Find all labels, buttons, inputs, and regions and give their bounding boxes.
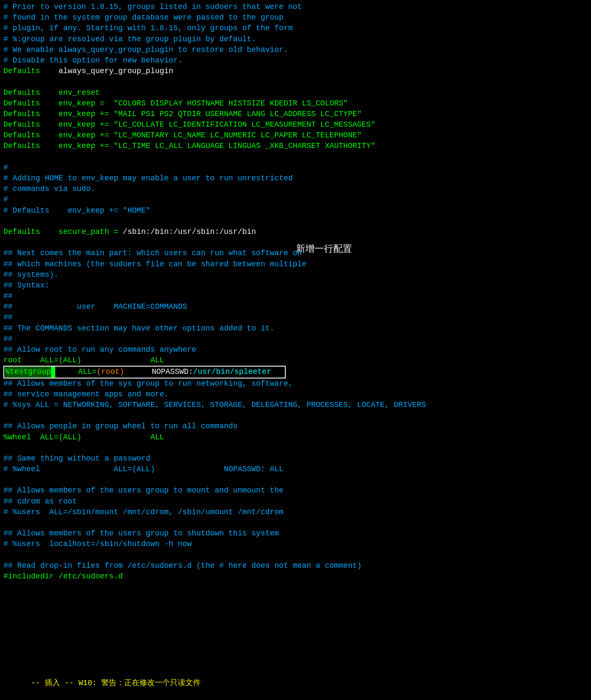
editor-container: # Prior to version 1.8.15, groups listed… (0, 0, 591, 700)
line-15-empty (3, 152, 286, 162)
line-49-empty (3, 518, 286, 528)
highlight-line[interactable]: %testgroup ALL=(root) NOPASSWD:/usr/bin/… (3, 366, 286, 378)
line-21-empty (3, 216, 286, 227)
highlight-path: /usr/bin/spleeter (193, 367, 271, 377)
line-8-empty (3, 77, 286, 87)
line-7: Defaults always_query_group_plugin (3, 66, 286, 77)
line-44: # %wheel ALL=(ALL) NOPASSWD: ALL (3, 464, 286, 475)
line-47: ## cdrom as root (3, 496, 286, 507)
line-19: # (3, 194, 286, 205)
line-16: # (3, 162, 286, 173)
line-10: Defaults env_keep = "COLORS DISPLAY HOST… (3, 98, 286, 109)
line-17: # Adding HOME to env_keep may enable a u… (3, 173, 286, 184)
line-5: # We enable always_query_group_plugin to… (3, 45, 286, 55)
line-54: #includedir /etc/sudoers.d (3, 571, 286, 582)
line-42-empty (3, 443, 286, 453)
status-text: -- 插入 -- W10: 警告：正在修改一个只读文件 (31, 679, 201, 687)
annotation-label: 新增一行配置 (296, 243, 584, 256)
highlight-paren: (root) (97, 367, 124, 377)
line-27: ## Syntax: (3, 280, 286, 291)
testgroup-text: %testgroup (5, 367, 51, 377)
line-9: Defaults env_reset (3, 88, 286, 98)
line-30: ## (3, 312, 286, 323)
highlight-rest: ALL= (55, 367, 97, 377)
line-46: ## Allows members of the users group to … (3, 485, 286, 496)
line-3: # plugin, if any. Starting with 1.8.15, … (3, 23, 286, 34)
line-18: # commands via sudo. (3, 184, 286, 194)
line-34: root ALL=(ALL) ALL (3, 355, 286, 366)
line-41: %wheel ALL=(ALL) ALL (3, 432, 286, 443)
line-29: ## user MACHINE=COMMANDS (3, 302, 286, 312)
line-6: # Disable this option for new behavior. (3, 55, 286, 66)
line-38: # %sys ALL = NETWORKING, SOFTWARE, SERVI… (3, 400, 286, 410)
line-1: # Prior to version 1.8.15, groups listed… (3, 2, 286, 12)
line-2: # found in the system group database wer… (3, 12, 286, 23)
highlight-mid (124, 367, 152, 377)
line-11: Defaults env_keep += "MAIL PS1 PS2 QTDIR… (3, 109, 286, 120)
line-31: ## The COMMANDS section may have other o… (3, 323, 286, 334)
line-25: ## which machines (the sudoers file can … (3, 259, 286, 270)
line-43: ## Same thing without a password (3, 453, 286, 464)
line-45-empty (3, 475, 286, 485)
line-32: ## (3, 334, 286, 344)
highlight-nopasswd: NOPASSWD: (152, 367, 193, 377)
line-14: Defaults env_keep += "LC_TIME LC_ALL LAN… (3, 141, 286, 151)
line-20: # Defaults env_keep += "HOME" (3, 205, 286, 216)
line-52-empty (3, 550, 286, 561)
line-12: Defaults env_keep += "LC_COLLATE LC_IDEN… (3, 120, 286, 130)
line-50: ## Allows members of the users group to … (3, 528, 286, 539)
line-48: # %users ALL=/sbin/mount /mnt/cdrom, /sb… (3, 507, 286, 518)
line-24: ## Next comes the main part: which users… (3, 248, 286, 259)
line-37: ## service management apps and more. (3, 389, 286, 400)
line-28: ## (3, 291, 286, 302)
status-bar: -- 插入 -- W10: 警告：正在修改一个只读文件 (0, 666, 289, 700)
line-13: Defaults env_keep += "LC_MONETARY LC_NAM… (3, 130, 286, 141)
line-53: ## Read drop-in files from /etc/sudoers.… (3, 561, 286, 571)
line-4: # %:group are resolved via the group plu… (3, 34, 286, 45)
line-40: ## Allows people in group wheel to run a… (3, 421, 286, 432)
line-51: # %users localhost=/sbin/shutdown -h now (3, 539, 286, 549)
cursor-block (51, 367, 55, 377)
line-23-empty (3, 237, 286, 248)
line-33: ## Allow root to run any commands anywhe… (3, 344, 286, 355)
code-area: # Prior to version 1.8.15, groups listed… (0, 0, 289, 700)
line-36: ## Allows members of the sys group to ru… (3, 378, 286, 389)
line-26: ## systems). (3, 270, 286, 280)
line-22: Defaults secure_path = /sbin:/bin:/usr/s… (3, 227, 286, 237)
line-39-empty (3, 410, 286, 421)
